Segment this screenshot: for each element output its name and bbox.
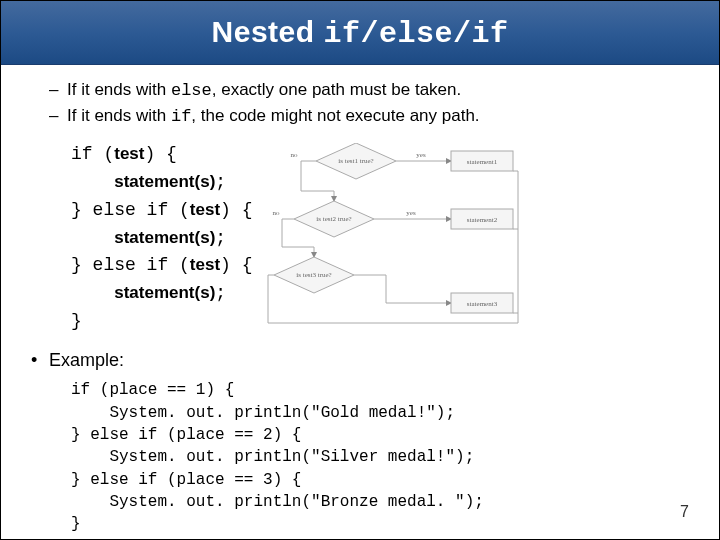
syntax-block: if (test) { statement(s); } else if (tes… — [71, 141, 252, 336]
fc-test2: is test2 true? — [317, 215, 352, 223]
slide-body: – If it ends with else, exactly one path… — [1, 65, 719, 540]
flowchart-diagram: is test1 true? yes statement1 no is test… — [266, 143, 521, 328]
fc-stmt1: statement1 — [467, 158, 498, 166]
flowchart-svg: is test1 true? yes statement1 no is test… — [266, 143, 521, 328]
title-code: if/else/if — [323, 17, 508, 51]
fc-stmt3: statement3 — [467, 300, 498, 308]
title-plain: Nested — [212, 15, 324, 48]
dash-icon: – — [49, 79, 67, 102]
example-label-text: Example: — [49, 350, 124, 371]
bullet-text: If it ends with else, exactly one path m… — [67, 79, 461, 103]
example-code-block: if (place == 1) { System. out. println("… — [71, 379, 697, 536]
bullet-item: – If it ends with else, exactly one path… — [49, 79, 697, 103]
fc-stmt2: statement2 — [467, 216, 498, 224]
fc-test3: is test3 true? — [297, 271, 332, 279]
fc-test1: is test1 true? — [339, 157, 374, 165]
bullet-dot-icon: • — [31, 350, 49, 371]
page-number: 7 — [680, 503, 689, 521]
bullet-text: If it ends with if, the code might not e… — [67, 105, 480, 129]
syntax-and-flow: if (test) { statement(s); } else if (tes… — [71, 141, 697, 336]
svg-text:no: no — [273, 209, 281, 217]
slide-header: Nested if/else/if — [1, 1, 719, 65]
example-heading: • Example: — [31, 350, 697, 371]
svg-text:yes: yes — [407, 209, 417, 217]
bullet-item: – If it ends with if, the code might not… — [49, 105, 697, 129]
slide-title: Nested if/else/if — [212, 15, 509, 51]
svg-text:no: no — [291, 151, 299, 159]
dash-icon: – — [49, 105, 67, 128]
svg-text:yes: yes — [417, 151, 427, 159]
